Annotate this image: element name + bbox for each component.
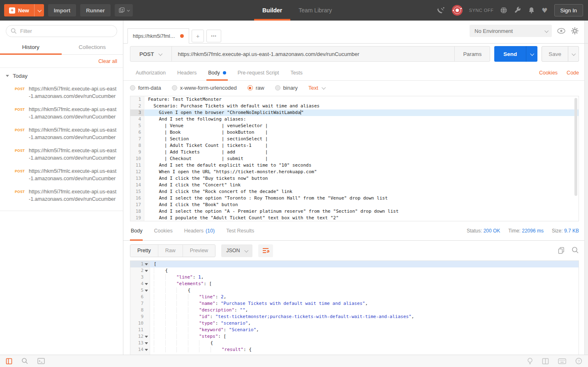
view-preview[interactable]: Preview bbox=[183, 245, 215, 257]
line-number[interactable]: 1 bbox=[130, 261, 150, 267]
bell-icon[interactable] bbox=[528, 7, 535, 14]
tips-lightbulb-icon[interactable] bbox=[527, 358, 533, 365]
code-link[interactable]: Code bbox=[567, 70, 579, 76]
request-editor-code[interactable]: Feature: Test TicketMonster Scenario: Pu… bbox=[144, 96, 579, 221]
status-bar: ? bbox=[0, 355, 588, 367]
main-scrollbar[interactable] bbox=[584, 21, 588, 355]
line-number: 11 bbox=[130, 162, 144, 169]
line-number[interactable]: 4 bbox=[130, 281, 150, 287]
new-button[interactable]: + New bbox=[4, 4, 44, 16]
line-number: 3 bbox=[130, 274, 150, 281]
fold-caret-icon[interactable] bbox=[145, 290, 148, 292]
fold-caret-icon[interactable] bbox=[145, 342, 148, 344]
runner-button[interactable]: Runner bbox=[80, 4, 111, 16]
code-line: | Venue | venueSelector | bbox=[144, 123, 579, 129]
copy-icon[interactable] bbox=[558, 246, 565, 255]
history-section-today[interactable]: Today bbox=[0, 68, 123, 82]
tab-pre-request-script[interactable]: Pre-request Script bbox=[232, 65, 285, 80]
clear-all-link[interactable]: Clear all bbox=[98, 58, 117, 64]
radio-binary[interactable]: binary bbox=[275, 85, 298, 91]
radio-raw[interactable]: raw bbox=[248, 85, 264, 91]
save-options-caret[interactable] bbox=[568, 46, 579, 61]
tab-body[interactable]: Body bbox=[202, 65, 232, 80]
line-number[interactable]: 14 bbox=[130, 346, 150, 353]
line-number[interactable]: 12 bbox=[130, 333, 150, 340]
console-icon[interactable] bbox=[37, 358, 45, 364]
json-line: "type": "scenario", bbox=[150, 320, 579, 327]
global-search-icon[interactable] bbox=[21, 358, 28, 365]
history-item[interactable]: POSThttps://hkm5i7fmlc.execute-api.us-ea… bbox=[0, 165, 123, 185]
fold-caret-icon[interactable] bbox=[145, 336, 148, 338]
raw-type-select[interactable]: Text bbox=[308, 85, 325, 91]
globe-icon[interactable] bbox=[500, 7, 507, 14]
line-number[interactable]: 13 bbox=[130, 340, 150, 346]
request-tab[interactable]: https://hkm5i7fmlc.ex bbox=[127, 28, 189, 44]
response-viewer-code[interactable]: [ { "line": 1, "elements": [ { "line": 2… bbox=[150, 261, 579, 355]
history-item[interactable]: POSThttps://hkm5i7fmlc.execute-api.us-ea… bbox=[0, 103, 123, 123]
line-number[interactable]: 2 bbox=[130, 267, 150, 274]
more-tabs-button[interactable]: ••• bbox=[206, 30, 221, 42]
send-button[interactable]: Send bbox=[494, 46, 526, 62]
new-window-button[interactable] bbox=[115, 4, 133, 16]
heart-icon[interactable]: ♥ bbox=[542, 7, 547, 14]
filter-input[interactable] bbox=[6, 25, 117, 37]
line-number: 5 bbox=[130, 123, 144, 129]
fold-caret-icon[interactable] bbox=[145, 270, 148, 272]
environment-value: No Environment bbox=[475, 28, 513, 34]
two-pane-layout-icon[interactable] bbox=[542, 358, 549, 365]
sync-status-icon[interactable] bbox=[452, 5, 463, 16]
cookies-link[interactable]: Cookies bbox=[539, 70, 558, 76]
environment-select[interactable]: No Environment bbox=[470, 25, 552, 37]
send-options-caret[interactable] bbox=[526, 46, 537, 62]
wrap-lines-button[interactable] bbox=[258, 244, 273, 257]
json-line: "keyword": "Scenario", bbox=[150, 327, 579, 333]
code-line: And I set the default explicit wait time… bbox=[144, 162, 579, 169]
fold-caret-icon[interactable] bbox=[145, 349, 148, 351]
new-dropdown-caret[interactable] bbox=[34, 4, 44, 16]
url-input[interactable] bbox=[172, 46, 454, 61]
response-tab-body[interactable]: Body bbox=[130, 221, 148, 240]
tab-builder[interactable]: Builder bbox=[254, 0, 290, 21]
radio-x-www-form-urlencoded[interactable]: x-www-form-urlencoded bbox=[172, 85, 237, 91]
line-number[interactable]: 5 bbox=[130, 287, 150, 294]
wrench-icon[interactable] bbox=[514, 7, 521, 14]
view-raw[interactable]: Raw bbox=[158, 245, 183, 257]
import-button[interactable]: Import bbox=[48, 4, 76, 16]
view-pretty[interactable]: Pretty bbox=[130, 245, 158, 257]
sidebar-tab-collections[interactable]: Collections bbox=[62, 40, 123, 54]
sign-in-button[interactable]: Sign In bbox=[554, 4, 583, 16]
params-button[interactable]: Params bbox=[454, 46, 490, 61]
satellite-icon[interactable] bbox=[437, 7, 445, 14]
tab-authorization[interactable]: Authorization bbox=[130, 65, 171, 80]
status-value: 200 OK bbox=[484, 228, 500, 234]
history-item[interactable]: POSThttps://hkm5i7fmlc.execute-api.us-ea… bbox=[0, 185, 123, 206]
keyboard-shortcuts-icon[interactable] bbox=[558, 358, 566, 364]
format-select[interactable]: JSON bbox=[221, 244, 252, 257]
fold-caret-icon[interactable] bbox=[145, 283, 148, 285]
radio-form-data[interactable]: form-data bbox=[130, 85, 161, 91]
help-icon[interactable]: ? bbox=[575, 358, 582, 365]
tab-team-library[interactable]: Team Library bbox=[290, 0, 340, 21]
history-item[interactable]: POSThttps://hkm5i7fmlc.execute-api.us-ea… bbox=[0, 82, 123, 103]
response-tab-headers[interactable]: Headers(10) bbox=[178, 221, 220, 240]
editor-scrollbar-thumb[interactable] bbox=[574, 98, 577, 196]
history-item[interactable]: POSThttps://hkm5i7fmlc.execute-api.us-ea… bbox=[0, 123, 123, 144]
settings-gear-icon[interactable] bbox=[571, 27, 579, 35]
response-body-viewer[interactable]: 1234567891011121314 [ { "line": 1, "elem… bbox=[130, 260, 579, 355]
response-tab-test-results[interactable]: Test Results bbox=[220, 221, 260, 240]
fold-caret-icon[interactable] bbox=[145, 263, 148, 265]
toggle-sidebar-icon[interactable] bbox=[6, 358, 12, 365]
json-line: "name": "Purchase Tickets with default w… bbox=[150, 300, 579, 307]
method-select[interactable]: POST bbox=[130, 46, 172, 61]
sidebar-tab-history[interactable]: History bbox=[0, 40, 62, 54]
response-search-icon[interactable] bbox=[572, 246, 579, 255]
new-tab-button[interactable]: + bbox=[192, 30, 204, 42]
method-badge: POST bbox=[15, 188, 29, 203]
save-button[interactable]: Save bbox=[542, 46, 568, 61]
response-tab-cookies[interactable]: Cookies bbox=[148, 221, 178, 240]
tab-tests[interactable]: Tests bbox=[285, 65, 308, 80]
tab-headers[interactable]: Headers bbox=[171, 65, 202, 80]
request-body-editor[interactable]: 12345678910111213141516171819 Feature: T… bbox=[130, 96, 579, 221]
environment-preview-eye-icon[interactable] bbox=[557, 28, 566, 34]
history-item[interactable]: POSThttps://hkm5i7fmlc.execute-api.us-ea… bbox=[0, 144, 123, 165]
